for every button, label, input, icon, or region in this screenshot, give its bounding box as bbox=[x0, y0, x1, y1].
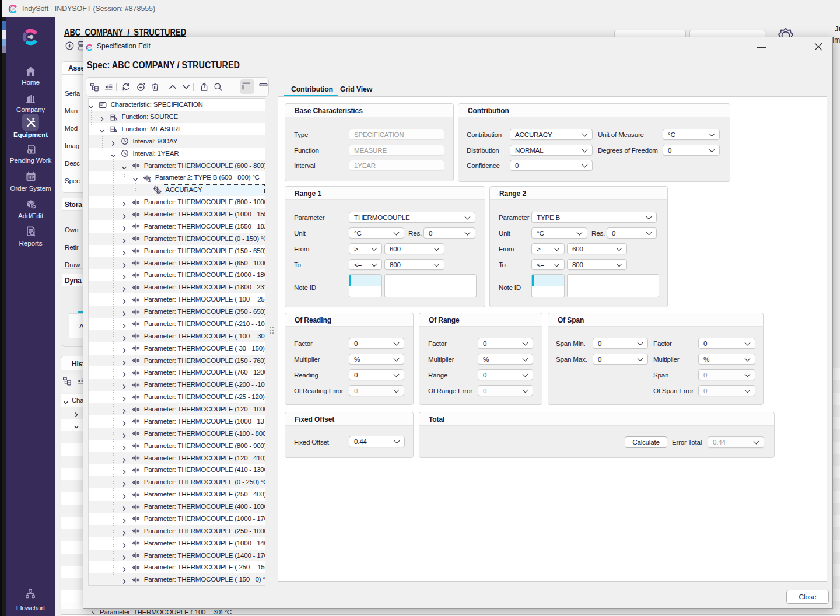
svg-text:$: $ bbox=[29, 149, 31, 154]
svg-text:2: 2 bbox=[148, 178, 150, 182]
